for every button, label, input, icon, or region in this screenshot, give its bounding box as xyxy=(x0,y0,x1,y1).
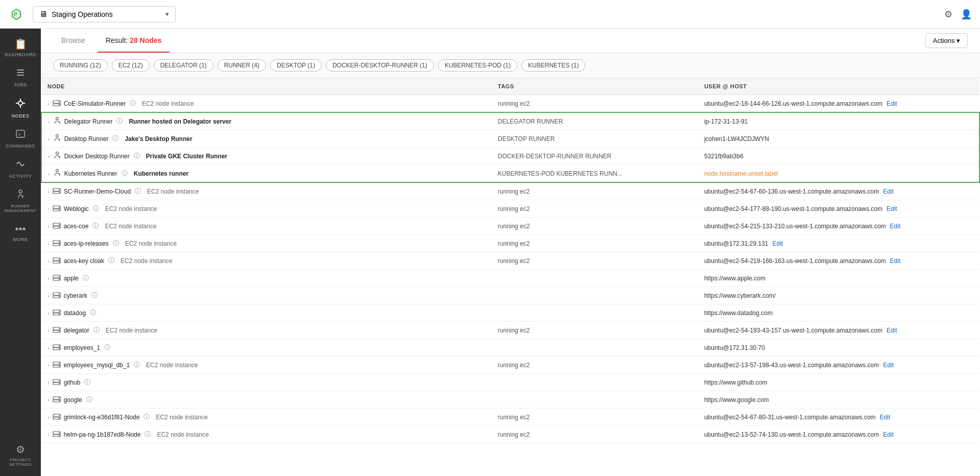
filter-chip[interactable]: KUBERNETES-POD (1) xyxy=(438,59,517,72)
expand-chevron[interactable]: › xyxy=(47,188,50,195)
expand-chevron[interactable]: › xyxy=(47,293,50,299)
svg-point-23 xyxy=(56,170,58,172)
filter-chip[interactable]: DESKTOP (1) xyxy=(270,59,322,72)
expand-chevron[interactable]: › xyxy=(48,136,50,142)
filter-chip[interactable]: DELEGATOR (1) xyxy=(154,59,213,72)
tab-result[interactable]: Result: 28 Nodes xyxy=(98,29,170,53)
sidebar-item-project-settings[interactable]: ⚙ PROJECT SETTINGS xyxy=(0,438,41,472)
sidebar-item-dashboard[interactable]: 📋 DASHBOARD xyxy=(0,33,41,62)
table-row[interactable]: ›aces-ip-releasesⓘEC2 node instancerunni… xyxy=(41,235,979,252)
table-row[interactable]: ›githubⓘhttps://www.github.com xyxy=(41,374,979,391)
expand-chevron[interactable]: › xyxy=(47,345,50,351)
filter-chip[interactable]: DOCKER-DESKTOP-RUNNER (1) xyxy=(326,59,434,72)
edit-link[interactable]: Edit xyxy=(879,188,894,195)
expand-chevron[interactable]: › xyxy=(47,310,50,316)
server-icon xyxy=(53,274,61,282)
col-tags: TAGS xyxy=(492,78,698,95)
expand-chevron[interactable]: › xyxy=(47,327,50,334)
edit-link[interactable]: Edit xyxy=(886,257,901,265)
expand-chevron[interactable]: › xyxy=(47,397,50,403)
table-row[interactable]: ›helm-pa-ng-1b187ed8-NodeⓘEC2 node insta… xyxy=(41,426,979,443)
more-icon: ••• xyxy=(15,223,26,235)
table-row[interactable]: ›Delegator RunnerⓘRunner hosted on Deleg… xyxy=(41,112,979,130)
filter-chip[interactable]: RUNNING (12) xyxy=(53,59,108,72)
host-cell: ubuntu@172.31.29.131Edit xyxy=(698,235,979,252)
sidebar-label-activity: ACTIVITY xyxy=(9,174,32,179)
expand-chevron[interactable]: › xyxy=(48,153,50,159)
settings-icon[interactable]: ⚙ xyxy=(944,9,952,20)
sidebar-item-more[interactable]: ••• MORE xyxy=(0,218,41,247)
expand-chevron[interactable]: › xyxy=(47,275,50,281)
sidebar-item-commands[interactable]: >_ COMMANDS xyxy=(0,124,41,154)
filter-chip[interactable]: RUNNER (4) xyxy=(218,59,266,72)
svg-point-55 xyxy=(59,311,60,312)
edit-link[interactable]: Edit xyxy=(879,362,894,369)
table-row[interactable]: ›datadogⓘhttps://www.datadog.com xyxy=(41,304,979,322)
sidebar-item-runner-management[interactable]: RUNNER MANAGEMENT xyxy=(0,184,41,218)
edit-link[interactable]: Edit xyxy=(882,327,897,334)
expand-chevron[interactable]: › xyxy=(47,432,50,438)
node-name: CoE-Simulator-Runner xyxy=(64,100,126,107)
sidebar-item-jobs[interactable]: JOBS xyxy=(0,62,41,92)
edit-link[interactable]: Edit xyxy=(769,240,783,247)
server-icon xyxy=(53,326,61,335)
table-row[interactable]: ›WeblogicⓘEC2 node instancerunning ec2ub… xyxy=(41,200,979,218)
expand-chevron[interactable]: › xyxy=(47,206,50,212)
expand-chevron[interactable]: › xyxy=(48,118,50,125)
host-value: https://www.github.com xyxy=(704,379,767,386)
table-row[interactable]: ›aces-coeⓘEC2 node instancerunning ec2ub… xyxy=(41,218,979,235)
table-row[interactable]: ›CoE-Simulator-RunnerⓘEC2 node instancer… xyxy=(41,95,979,113)
expand-chevron[interactable]: › xyxy=(47,101,50,107)
expand-chevron[interactable]: › xyxy=(47,258,50,264)
table-row[interactable]: ›aces-key cloakⓘEC2 node instancerunning… xyxy=(41,252,979,270)
expand-chevron[interactable]: › xyxy=(47,379,50,386)
table-row[interactable]: ›googleⓘhttps://www.google.com xyxy=(41,391,979,409)
user-icon[interactable]: 👤 xyxy=(961,9,972,20)
node-cell: ›githubⓘ xyxy=(41,374,492,391)
svg-point-11 xyxy=(19,190,22,193)
table-row[interactable]: ›grimlock-ng-e36d1f81-NodeⓘEC2 node inst… xyxy=(41,409,979,426)
table-row[interactable]: ›delegatorⓘEC2 node instancerunning ec2u… xyxy=(41,322,979,339)
node-cell: ›employees_mysql_db_1ⓘEC2 node instance xyxy=(41,356,492,374)
workspace-selector[interactable]: 🖥 Staging Operations ▾ xyxy=(33,6,176,22)
svg-point-40 xyxy=(59,244,60,245)
table-row[interactable]: ›employees_mysql_db_1ⓘEC2 node instancer… xyxy=(41,356,979,374)
tags-cell: running ec2 xyxy=(492,252,698,270)
node-description: Jake's Desktop Runner xyxy=(125,135,192,142)
svg-point-39 xyxy=(59,241,60,242)
table-row[interactable]: ›cyberarkⓘhttps://www.cyberark.com/ xyxy=(41,287,979,304)
edit-link[interactable]: Edit xyxy=(882,100,897,107)
sidebar-item-activity[interactable]: ACTIVITY xyxy=(0,154,41,184)
table-row[interactable]: ›Docker Desktop RunnerⓘPrivate GKE Clust… xyxy=(41,148,979,165)
info-icon: ⓘ xyxy=(91,291,98,300)
sidebar-item-nodes[interactable]: NODES xyxy=(0,92,41,124)
filter-chip[interactable]: EC2 (12) xyxy=(112,59,150,72)
filter-chip[interactable]: KUBERNETES (1) xyxy=(521,59,585,72)
table-row[interactable]: ›Desktop RunnerⓘJake's Desktop RunnerDES… xyxy=(41,130,979,148)
edit-link[interactable]: Edit xyxy=(879,431,894,438)
expand-chevron[interactable]: › xyxy=(47,223,50,229)
table-row[interactable]: ›employees_1ⓘubuntu@172.31.30.70 xyxy=(41,339,979,356)
table-row[interactable]: ›SC-Runner-Demo-CloudⓘEC2 node instancer… xyxy=(41,182,979,200)
actions-button[interactable]: Actions ▾ xyxy=(925,33,968,48)
expand-chevron[interactable]: › xyxy=(48,171,50,177)
expand-chevron[interactable]: › xyxy=(47,241,50,247)
edit-link[interactable]: Edit xyxy=(882,205,897,212)
expand-chevron[interactable]: › xyxy=(47,362,50,368)
activity-icon xyxy=(15,159,26,172)
host-value: ubuntu@ec2-54-215-133-210.us-west-1.comp… xyxy=(704,223,886,230)
node-cell: ›aces-key cloakⓘEC2 node instance xyxy=(41,252,492,270)
tab-browse[interactable]: Browse xyxy=(53,29,93,53)
table-row[interactable]: ›appleⓘhttps://www.apple.com xyxy=(41,270,979,287)
tags-cell xyxy=(492,391,698,409)
runner-icon xyxy=(53,169,61,178)
edit-link[interactable]: Edit xyxy=(886,223,901,230)
table-row[interactable]: ›Kubernetes RunnerⓘKubernetes runnerKUBE… xyxy=(41,165,979,183)
edit-link[interactable]: Edit xyxy=(876,414,891,421)
server-icon xyxy=(53,257,61,265)
sidebar-label-project-settings: PROJECT SETTINGS xyxy=(0,458,41,467)
node-description: EC2 node instance xyxy=(142,100,194,107)
tags-cell: running ec2 xyxy=(492,356,698,374)
node-name: Delegator Runner xyxy=(64,118,113,125)
expand-chevron[interactable]: › xyxy=(47,414,50,420)
